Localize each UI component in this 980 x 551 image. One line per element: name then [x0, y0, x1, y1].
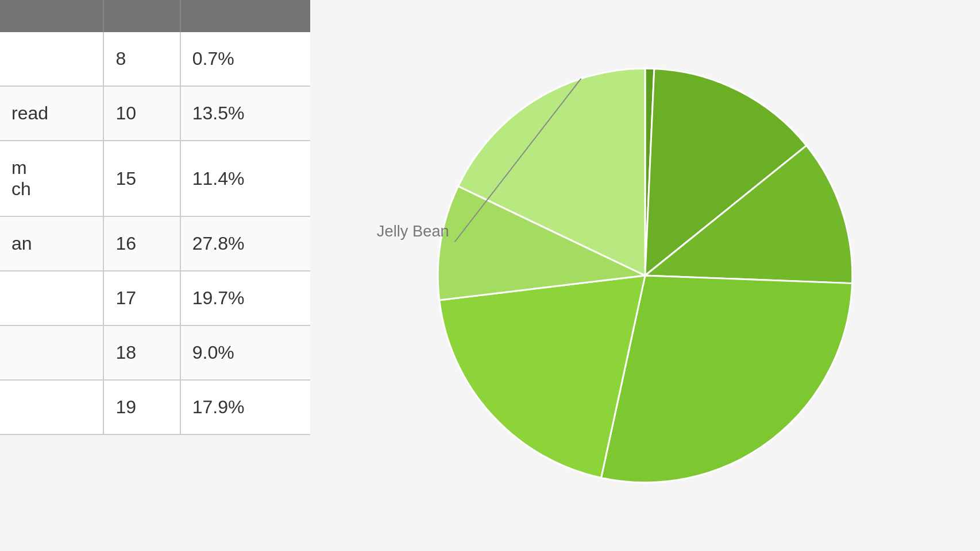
cell-distribution: 9.0%: [180, 325, 310, 380]
cell-api: 17: [103, 271, 180, 325]
cell-name: [0, 380, 103, 434]
cell-name: [0, 32, 103, 86]
table-row: 1719.7%: [0, 271, 310, 325]
cell-distribution: 13.5%: [180, 86, 310, 141]
pie-chart-container: Jelly Bean: [310, 0, 980, 551]
jelly-bean-label: Jelly Bean: [377, 222, 449, 240]
cell-api: 16: [103, 216, 180, 271]
cell-api: 18: [103, 325, 180, 380]
cell-name: [0, 325, 103, 380]
table-row: 80.7%: [0, 32, 310, 86]
cell-name: read: [0, 86, 103, 141]
cell-distribution: 0.7%: [180, 32, 310, 86]
cell-api: 15: [103, 141, 180, 216]
table-row: 189.0%: [0, 325, 310, 380]
cell-name: [0, 271, 103, 325]
col-header-distribution: [180, 0, 310, 32]
cell-distribution: 11.4%: [180, 141, 310, 216]
cell-distribution: 27.8%: [180, 216, 310, 271]
col-header-name: [0, 0, 103, 32]
cell-distribution: 19.7%: [180, 271, 310, 325]
table-row: read1013.5%: [0, 86, 310, 141]
table-row: 1917.9%: [0, 380, 310, 434]
cell-api: 19: [103, 380, 180, 434]
cell-api: 10: [103, 86, 180, 141]
cell-api: 8: [103, 32, 180, 86]
table-row: an1627.8%: [0, 216, 310, 271]
cell-distribution: 17.9%: [180, 380, 310, 434]
col-header-api: [103, 0, 180, 32]
table-row: mch1511.4%: [0, 141, 310, 216]
cell-name: mch: [0, 141, 103, 216]
data-table: 80.7%read1013.5%mch1511.4%an1627.8%1719.…: [0, 0, 310, 435]
cell-name: an: [0, 216, 103, 271]
pie-chart-svg: Jelly Bean: [421, 52, 869, 499]
